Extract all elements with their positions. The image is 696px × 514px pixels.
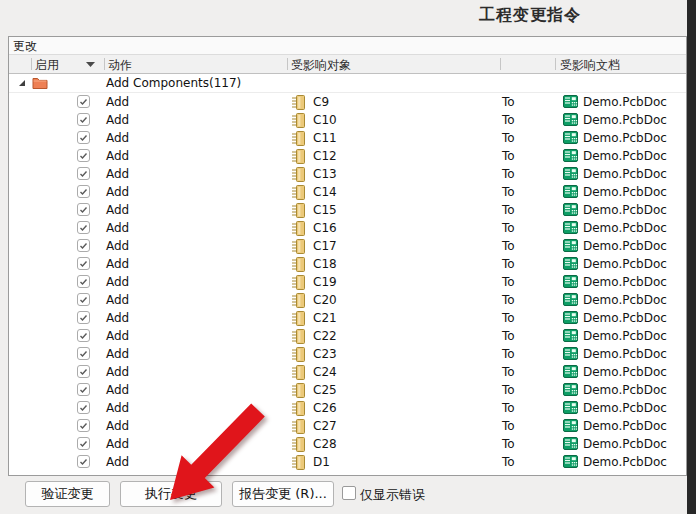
column-separator — [555, 58, 556, 70]
component-chip-icon — [292, 383, 305, 398]
row-object-label: C22 — [313, 329, 337, 343]
row-action-label: Add — [106, 383, 129, 397]
row-enabled-checkbox[interactable] — [77, 365, 90, 378]
row-enabled-checkbox[interactable] — [77, 95, 90, 108]
row-enabled-checkbox[interactable] — [77, 329, 90, 342]
component-chip-icon — [292, 203, 305, 218]
row-enabled-checkbox[interactable] — [77, 113, 90, 126]
pcbdoc-icon — [563, 311, 578, 324]
component-chip-icon — [292, 221, 305, 236]
row-object-label: C15 — [313, 203, 337, 217]
pcbdoc-icon — [563, 293, 578, 306]
row-enabled-checkbox[interactable] — [77, 455, 90, 468]
table-row[interactable]: AddC23ToDemo.PcbDoc — [9, 345, 686, 363]
pcbdoc-icon — [563, 437, 578, 450]
column-separator — [31, 58, 32, 70]
row-to-label: To — [502, 311, 515, 325]
row-enabled-checkbox[interactable] — [77, 185, 90, 198]
row-enabled-checkbox[interactable] — [77, 239, 90, 252]
column-header-document[interactable]: 受影响文档 — [560, 57, 620, 74]
table-row[interactable]: AddC26ToDemo.PcbDoc — [9, 399, 686, 417]
row-object-label: C11 — [313, 131, 337, 145]
row-action-label: Add — [106, 455, 129, 469]
group-row[interactable]: Add Components(117) — [9, 74, 686, 93]
component-chip-icon — [292, 329, 305, 344]
report-changes-button[interactable]: 报告变更 (R)... — [232, 481, 334, 507]
row-action-label: Add — [106, 203, 129, 217]
table-row[interactable]: AddC14ToDemo.PcbDoc — [9, 183, 686, 201]
row-to-label: To — [502, 131, 515, 145]
row-to-label: To — [502, 329, 515, 343]
row-object-label: C23 — [313, 347, 337, 361]
row-to-label: To — [502, 419, 515, 433]
pcbdoc-icon — [563, 275, 578, 288]
column-header-action[interactable]: 动作 — [108, 57, 132, 74]
row-enabled-checkbox[interactable] — [77, 293, 90, 306]
row-object-label: C25 — [313, 383, 337, 397]
row-enabled-checkbox[interactable] — [77, 437, 90, 450]
row-enabled-checkbox[interactable] — [77, 401, 90, 414]
table-row[interactable]: AddC22ToDemo.PcbDoc — [9, 327, 686, 345]
row-action-label: Add — [106, 329, 129, 343]
changes-table: 更改 启用 动作 受影响对象 受影响文档 Add Components(117)… — [8, 36, 687, 476]
pcbdoc-icon — [563, 203, 578, 216]
only-show-errors-checkbox[interactable] — [342, 486, 356, 500]
table-row[interactable]: AddC27ToDemo.PcbDoc — [9, 417, 686, 435]
component-chip-icon — [292, 401, 305, 416]
table-row[interactable]: AddC21ToDemo.PcbDoc — [9, 309, 686, 327]
table-row[interactable]: AddC16ToDemo.PcbDoc — [9, 219, 686, 237]
expand-triangle-icon[interactable] — [18, 79, 26, 87]
only-show-errors-label[interactable]: 仅显示错误 — [360, 486, 425, 504]
row-enabled-checkbox[interactable] — [77, 203, 90, 216]
pcbdoc-icon — [563, 329, 578, 342]
component-chip-icon — [292, 293, 305, 308]
table-row[interactable]: AddC25ToDemo.PcbDoc — [9, 381, 686, 399]
table-row[interactable]: AddC9ToDemo.PcbDoc — [9, 93, 686, 111]
row-enabled-checkbox[interactable] — [77, 347, 90, 360]
table-row[interactable]: AddC10ToDemo.PcbDoc — [9, 111, 686, 129]
row-document-label: Demo.PcbDoc — [583, 329, 667, 343]
row-enabled-checkbox[interactable] — [77, 383, 90, 396]
table-row[interactable]: AddC13ToDemo.PcbDoc — [9, 165, 686, 183]
pcbdoc-icon — [563, 455, 578, 468]
row-action-label: Add — [106, 239, 129, 253]
filter-dropdown-icon[interactable] — [86, 62, 95, 67]
component-chip-icon — [292, 419, 305, 434]
row-enabled-checkbox[interactable] — [77, 131, 90, 144]
row-enabled-checkbox[interactable] — [77, 149, 90, 162]
row-document-label: Demo.PcbDoc — [583, 221, 667, 235]
execute-changes-button[interactable]: 执行变更 — [120, 481, 222, 507]
row-to-label: To — [502, 185, 515, 199]
row-action-label: Add — [106, 311, 129, 325]
table-row[interactable]: AddC12ToDemo.PcbDoc — [9, 147, 686, 165]
row-object-label: C12 — [313, 149, 337, 163]
column-header-enable[interactable]: 启用 — [35, 57, 59, 74]
validate-changes-button[interactable]: 验证变更 — [25, 481, 110, 507]
table-row[interactable]: AddC18ToDemo.PcbDoc — [9, 255, 686, 273]
table-row[interactable]: AddC19ToDemo.PcbDoc — [9, 273, 686, 291]
row-document-label: Demo.PcbDoc — [583, 203, 667, 217]
table-row[interactable]: AddC20ToDemo.PcbDoc — [9, 291, 686, 309]
row-enabled-checkbox[interactable] — [77, 311, 90, 324]
pcbdoc-icon — [563, 365, 578, 378]
row-enabled-checkbox[interactable] — [77, 221, 90, 234]
table-row[interactable]: AddD1ToDemo.PcbDoc — [9, 453, 686, 471]
row-action-label: Add — [106, 401, 129, 415]
row-enabled-checkbox[interactable] — [77, 257, 90, 270]
table-row[interactable]: AddC15ToDemo.PcbDoc — [9, 201, 686, 219]
table-row[interactable]: AddC24ToDemo.PcbDoc — [9, 363, 686, 381]
pcbdoc-icon — [563, 401, 578, 414]
row-enabled-checkbox[interactable] — [77, 275, 90, 288]
row-to-label: To — [502, 167, 515, 181]
table-row[interactable]: AddC17ToDemo.PcbDoc — [9, 237, 686, 255]
screenshot-edge-strip — [687, 0, 696, 514]
row-object-label: C26 — [313, 401, 337, 415]
row-document-label: Demo.PcbDoc — [583, 383, 667, 397]
row-enabled-checkbox[interactable] — [77, 167, 90, 180]
table-row[interactable]: AddC28ToDemo.PcbDoc — [9, 435, 686, 453]
column-header-object[interactable]: 受影响对象 — [291, 57, 351, 74]
column-separator — [104, 58, 105, 70]
row-to-label: To — [502, 437, 515, 451]
table-row[interactable]: AddC11ToDemo.PcbDoc — [9, 129, 686, 147]
row-enabled-checkbox[interactable] — [77, 419, 90, 432]
